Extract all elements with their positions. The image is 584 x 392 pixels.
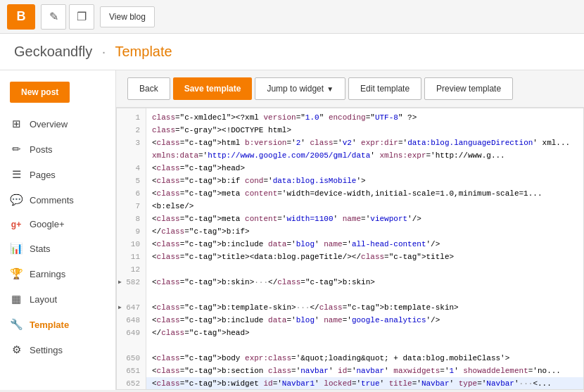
- code-line: <class="c-tag">body expr:class='&quot;lo…: [146, 352, 583, 365]
- code-line: <class="c-tag">b:template-skin>···</clas…: [146, 301, 583, 314]
- line-number: 10: [117, 238, 146, 251]
- line-number: 11: [117, 251, 146, 263]
- line-number: 6: [117, 187, 146, 200]
- line-number: 2: [117, 124, 146, 137]
- code-line: [146, 263, 583, 276]
- line-number: 582: [117, 276, 146, 289]
- back-button[interactable]: Back: [127, 77, 170, 100]
- line-number: 652: [117, 377, 146, 389]
- code-line: </class="c-tag">b:if>: [146, 225, 583, 238]
- pencil-icon: ✎: [49, 10, 58, 23]
- pages-icon: ☰: [10, 168, 23, 181]
- sidebar-item-label: Layout: [30, 294, 57, 305]
- line-number: 648: [117, 314, 146, 327]
- logo-letter: B: [17, 9, 26, 24]
- layout-icon: ▦: [10, 293, 23, 305]
- sidebar-item-google-plus[interactable]: g+ Google+: [0, 213, 115, 236]
- toolbar: Back Save template Jump to widget ▼ Edit…: [116, 70, 584, 108]
- sidebar-item-layout[interactable]: ▦ Layout: [0, 286, 115, 312]
- jump-to-widget-button[interactable]: Jump to widget ▼: [255, 77, 345, 100]
- code-line: <b:else/>: [146, 200, 583, 213]
- sidebar-item-earnings[interactable]: 🏆 Earnings: [0, 261, 115, 286]
- comments-icon: 💬: [10, 194, 23, 206]
- code-line: <class="c-tag">b:include data='blog' nam…: [146, 238, 583, 251]
- sidebar: New post ⊞ Overview ✏ Posts ☰ Pages 💬 Co…: [0, 70, 116, 390]
- code-line: [146, 289, 583, 301]
- line-number: 9: [117, 225, 146, 238]
- new-post-button[interactable]: New post: [10, 82, 70, 103]
- code-line: <class="c-tag">b:if cond='data:blog.isMo…: [146, 175, 583, 187]
- settings-icon: ⚙: [10, 343, 23, 356]
- line-number: 650: [117, 352, 146, 365]
- sidebar-item-label: Google+: [30, 219, 65, 229]
- code-line: <class="c-tag">head>: [146, 162, 583, 175]
- sidebar-item-label: Pages: [30, 170, 56, 180]
- code-line: <class="c-tag">b:include data='blog' nam…: [146, 314, 583, 327]
- line-number: 4: [117, 162, 146, 175]
- copy-button[interactable]: ❐: [69, 4, 94, 30]
- line-number: 7: [117, 200, 146, 213]
- pencil-button[interactable]: ✎: [41, 4, 66, 30]
- line-number: 651: [117, 365, 146, 377]
- code-line: [146, 339, 583, 352]
- line-number: 649: [117, 327, 146, 339]
- sidebar-item-stats[interactable]: 📊 Stats: [0, 236, 115, 261]
- posts-icon: ✏: [10, 143, 23, 156]
- sidebar-item-posts[interactable]: ✏ Posts: [0, 137, 115, 162]
- sidebar-item-settings[interactable]: ⚙ Settings: [0, 337, 115, 362]
- code-lines: 1234567891011125826476486496506516526876…: [117, 108, 583, 389]
- code-line: <class="c-tag">title><data:blog.pageTitl…: [146, 251, 583, 263]
- sidebar-item-label: Earnings: [30, 269, 65, 279]
- sidebar-item-label: Stats: [30, 244, 51, 254]
- sidebar-item-label: Overview: [30, 119, 68, 129]
- line-number: [117, 149, 146, 162]
- separator: ·: [102, 44, 106, 59]
- sidebar-item-pages[interactable]: ☰ Pages: [0, 162, 115, 187]
- blogger-logo[interactable]: B: [7, 4, 35, 30]
- sidebar-item-overview[interactable]: ⊞ Overview: [0, 111, 115, 137]
- code-content[interactable]: class="c-xmldecl"><?xml version="1.0" en…: [146, 108, 583, 389]
- sidebar-item-label: Template: [30, 320, 69, 330]
- view-blog-button[interactable]: View blog: [100, 6, 155, 27]
- stats-icon: 📊: [10, 242, 23, 255]
- breadcrumb: Geckoandfly · Template: [14, 44, 172, 60]
- line-number: 647: [117, 301, 146, 314]
- sidebar-item-label: Settings: [30, 345, 63, 355]
- copy-icon: ❐: [77, 10, 87, 23]
- blog-name: Geckoandfly: [14, 44, 92, 59]
- line-number: 3: [117, 137, 146, 149]
- sidebar-item-comments[interactable]: 💬 Comments: [0, 187, 115, 213]
- code-editor[interactable]: 1234567891011125826476486496506516526876…: [116, 108, 584, 390]
- code-line: xmlns:data='http://www.google.com/2005/g…: [146, 149, 583, 162]
- chevron-down-icon: ▼: [326, 85, 334, 93]
- code-line: <class="c-tag">b:skin>···</class="c-tag"…: [146, 276, 583, 289]
- jump-label: Jump to widget: [267, 84, 324, 94]
- page-name: Template: [115, 44, 172, 59]
- template-icon: 🔧: [10, 318, 23, 331]
- line-number: 12: [117, 263, 146, 276]
- googleplus-icon: g+: [10, 220, 23, 229]
- header-area: Geckoandfly · Template: [0, 34, 584, 70]
- line-numbers: 1234567891011125826476486496506516526876…: [117, 108, 146, 389]
- overview-icon: ⊞: [10, 118, 23, 130]
- save-template-button[interactable]: Save template: [173, 77, 253, 100]
- edit-template-button[interactable]: Edit template: [348, 77, 421, 100]
- main-layout: New post ⊞ Overview ✏ Posts ☰ Pages 💬 Co…: [0, 70, 584, 390]
- code-line: </class="c-tag">head>: [146, 327, 583, 339]
- content-area: Back Save template Jump to widget ▼ Edit…: [116, 70, 584, 390]
- sidebar-item-label: Posts: [30, 144, 53, 155]
- line-number: 1: [117, 111, 146, 124]
- code-line: <class="c-tag">b:widget id='Navbar1' loc…: [146, 377, 583, 389]
- sidebar-item-template[interactable]: 🔧 Template: [0, 312, 115, 337]
- line-number: [117, 339, 146, 352]
- line-number: [117, 289, 146, 301]
- line-number: 5: [117, 175, 146, 187]
- earnings-icon: 🏆: [10, 267, 23, 280]
- top-navbar: B ✎ ❐ View blog: [0, 0, 584, 34]
- code-line: <class="c-tag">meta content='width=1100'…: [146, 213, 583, 225]
- code-line: <class="c-tag">meta content='width=devic…: [146, 187, 583, 200]
- code-line: <class="c-tag">b:section class='navbar' …: [146, 365, 583, 377]
- preview-template-button[interactable]: Preview template: [424, 77, 513, 100]
- code-line: class="c-xmldecl"><?xml version="1.0" en…: [146, 111, 583, 124]
- code-line: <class="c-tag">html b:version='2' class=…: [146, 137, 583, 149]
